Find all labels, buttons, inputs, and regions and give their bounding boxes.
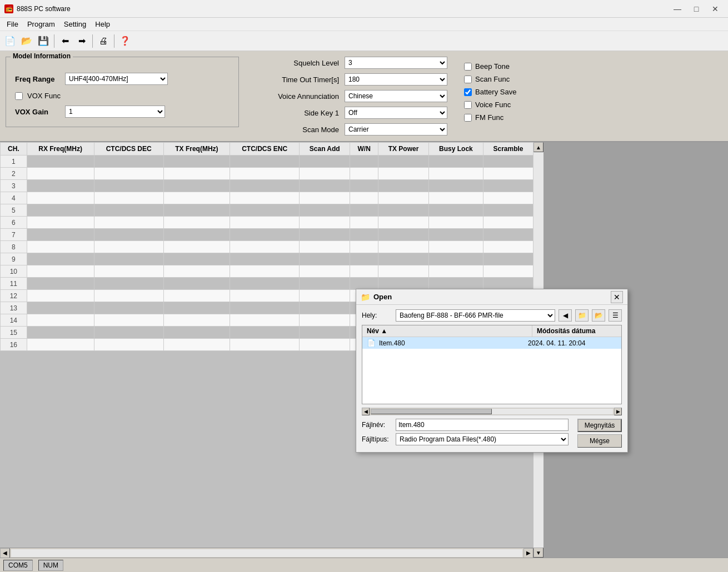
vox-func-checkbox[interactable] [15,92,23,100]
table-row[interactable]: 5 [1,204,533,217]
menu-program[interactable]: Program [23,19,59,29]
table-row[interactable]: 9 [1,253,533,265]
nav-folder-up-btn[interactable]: 📁 [575,309,589,322]
dialog-buttons: Megnyitás Mégse [577,419,622,448]
open-file-button[interactable]: Megnyitás [577,419,622,432]
timeout-select[interactable]: 180306090 [345,73,447,86]
table-row[interactable]: 7 [1,229,533,241]
battery-save-row: Battery Save [464,88,516,96]
voice-func-label: Voice Func [475,101,511,109]
sidekey-row: Side Key 1 OffMonitorScan [256,107,447,119]
open-dialog[interactable]: 📁 Open ✕ Hely: Baofeng BF-888 - BF-666 P… [356,289,628,453]
location-row: Hely: Baofeng BF-888 - BF-666 PMR-file ◀… [362,309,622,322]
dialog-body: Hely: Baofeng BF-888 - BF-666 PMR-file ◀… [356,305,627,452]
right-settings: Beep Tone Scan Func Battery Save Voice F… [464,62,516,122]
read-button[interactable]: ⬅ [57,33,73,49]
table-row[interactable]: 2 [1,168,533,180]
col-header-date[interactable]: Módosítás dátuma [532,325,621,337]
write-button[interactable]: ➡ [74,33,89,49]
col-header-name[interactable]: Név ▲ [362,325,532,337]
menu-setting[interactable]: Setting [59,19,91,29]
table-row[interactable]: 6 [1,217,533,229]
toolbar-separator-1 [54,34,54,48]
table-row[interactable]: 1 [1,155,533,168]
bottom-section: Fájlnév: Fájltípus: Radio Program Data F… [362,419,622,448]
filename-input[interactable] [396,419,569,431]
vox-gain-select[interactable]: 123 [65,106,165,118]
timeout-label: Time Out Timer[s] [256,76,339,84]
table-row[interactable]: 8 [1,241,533,253]
menubar: File Program Setting Help [0,18,728,31]
squelch-select[interactable]: 3012 [345,57,447,69]
freq-range-label: Freq Range [15,75,59,83]
dialog-icon: 📁 [361,293,370,302]
file-icon: 📄 [367,339,376,347]
freq-row: Freq Range UHF4[400-470MHz] VHF[136-174M… [15,73,230,85]
sidekey-select[interactable]: OffMonitorScan [345,107,447,119]
hscroll-track[interactable] [11,549,522,557]
open-button[interactable]: 📂 [19,33,34,49]
col-ctcenc: CTC/DCS ENC [230,143,300,155]
scroll-down-btn[interactable]: ▼ [533,548,543,558]
minimize-button[interactable]: — [669,3,686,14]
close-button[interactable]: ✕ [707,3,724,14]
table-row[interactable]: 10 [1,265,533,278]
fm-func-checkbox[interactable] [464,114,472,122]
col-txpower: TX Power [378,143,429,155]
file-list-area: Név ▲ Módosítás dátuma 📄 Item.480 2024. … [362,325,622,404]
settings-panel: Model Information Freq Range UHF4[400-47… [0,51,728,142]
battery-save-checkbox[interactable] [464,88,472,96]
menu-file[interactable]: File [2,19,23,29]
dialog-scroll-track[interactable] [371,409,613,414]
filename-label: Fájlnév: [362,421,392,429]
statusbar: COM5 NUM [0,558,728,572]
table-row[interactable]: 4 [1,192,533,204]
file-date: 2024. 04. 11. 20:04 [528,339,617,347]
col-busylock: Busy Lock [428,143,483,155]
col-tx: TX Freq(MHz) [163,143,230,155]
dialog-close-button[interactable]: ✕ [611,291,623,303]
print-button[interactable]: 🖨 [96,33,111,49]
table-row[interactable]: 11 [1,278,533,290]
voice-func-row: Voice Func [464,101,516,109]
dialog-scroll-right[interactable]: ▶ [614,408,622,415]
new-button[interactable]: 📄 [2,33,18,49]
table-row[interactable]: 3 [1,180,533,192]
file-row[interactable]: 📄 Item.480 2024. 04. 11. 20:04 [362,337,621,349]
scan-mode-select[interactable]: CarrierTimeSearch [345,123,447,136]
col-scramble: Scramble [483,143,533,155]
save-button[interactable]: 💾 [36,33,51,49]
scroll-right-btn[interactable]: ▶ [523,548,533,558]
middle-settings: Squelch Level 3012 Time Out Timer[s] 180… [256,57,447,136]
col-ctcdec: CTC/DCS DEC [94,143,163,155]
battery-save-label: Battery Save [475,88,516,96]
voice-func-checkbox[interactable] [464,101,472,109]
app-title: 888S PC software [17,5,669,13]
file-list-header: Név ▲ Módosítás dátuma [362,325,621,337]
scan-func-checkbox[interactable] [464,76,472,83]
scroll-left-btn[interactable]: ◀ [0,548,10,558]
scan-mode-row: Scan Mode CarrierTimeSearch [256,123,447,136]
freq-range-select[interactable]: UHF4[400-470MHz] VHF[136-174MHz] [65,73,168,85]
voice-label: Voice Annunciation [256,92,339,101]
nav-new-folder-btn[interactable]: 📂 [592,309,605,322]
menu-help[interactable]: Help [91,19,114,29]
filename-section: Fájlnév: Fájltípus: Radio Program Data F… [362,419,569,445]
help-button[interactable]: ❓ [117,33,133,49]
voice-select[interactable]: ChineseOffEnglish [345,90,447,102]
beep-tone-checkbox[interactable] [464,63,472,71]
filetype-row: Fájltípus: Radio Program Data Files(*.48… [362,433,569,445]
scroll-up-btn[interactable]: ▲ [533,142,543,152]
nav-back-btn[interactable]: ◀ [559,309,572,322]
nav-view-btn[interactable]: ☰ [609,309,622,322]
filename-row: Fájlnév: [362,419,569,431]
filetype-select[interactable]: Radio Program Data Files(*.480) [396,433,569,445]
dialog-titlebar: 📁 Open ✕ [356,289,627,305]
maximize-button[interactable]: □ [688,3,705,14]
timeout-row: Time Out Timer[s] 180306090 [256,73,447,86]
dialog-scroll-left[interactable]: ◀ [362,408,370,415]
cancel-button[interactable]: Mégse [577,434,622,448]
location-select[interactable]: Baofeng BF-888 - BF-666 PMR-file [396,309,555,322]
window-controls: — □ ✕ [669,3,724,14]
dialog-scroll-thumb[interactable] [371,409,492,414]
